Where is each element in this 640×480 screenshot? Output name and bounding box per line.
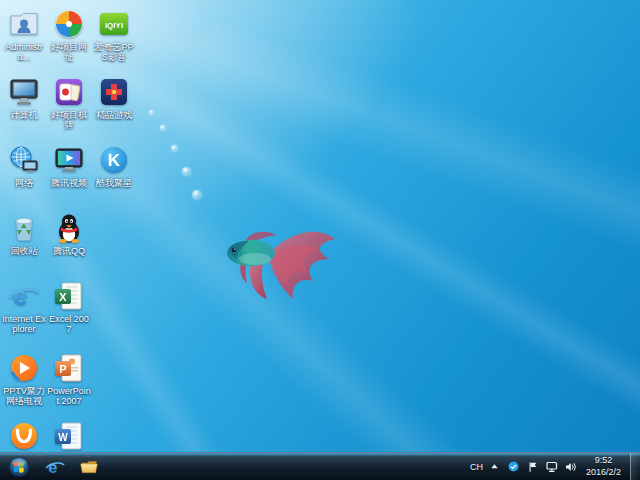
pptv-icon (8, 352, 40, 384)
show-desktop-button[interactable] (630, 453, 640, 480)
desktop-icon-computer[interactable]: 计算机 (2, 76, 46, 120)
desktop-icon-administrator[interactable]: Administra... (2, 8, 46, 63)
icon-label: Excel 2007 (47, 314, 91, 335)
bubble (192, 190, 202, 200)
icon-label: 好项目棋牌 (47, 110, 91, 131)
volume-icon[interactable] (564, 459, 578, 475)
svg-text:e: e (13, 281, 27, 311)
svg-text:P: P (59, 363, 66, 375)
icon-label: Internet Explorer (2, 314, 46, 335)
svg-text:iQIYI: iQIYI (105, 21, 123, 30)
excel-icon: X (53, 280, 85, 312)
internet-explorer-icon: e (8, 280, 40, 312)
clock-date: 2016/2/2 (586, 467, 621, 479)
bubble (171, 145, 178, 152)
desktop-icon-pptv[interactable]: PPTV聚力 网络电视 (2, 352, 46, 407)
clock[interactable]: 9:52 2016/2/2 (586, 455, 621, 478)
system-tray: CH 9:52 2016/2/2 (470, 453, 640, 480)
desktop-icon-premium-games[interactable]: 精品游戏 (92, 76, 136, 120)
uc-browser-icon (8, 420, 40, 452)
folder-icon (79, 457, 99, 477)
games-icon (98, 76, 130, 108)
icon-label: 计算机 (11, 110, 38, 120)
icon-label: Administra... (2, 42, 46, 63)
icon-label: PowerPoint 2007 (47, 386, 91, 407)
bubble (160, 125, 166, 131)
svg-text:X: X (59, 291, 67, 303)
start-button[interactable] (0, 453, 38, 480)
qq-penguin-icon (53, 212, 85, 244)
icon-label: PPTV聚力 网络电视 (2, 386, 46, 407)
icon-label: 好项目网址 (47, 42, 91, 63)
bubble (149, 110, 154, 115)
video-player-icon (53, 144, 85, 176)
svg-text:K: K (108, 151, 121, 170)
network-icon (8, 144, 40, 176)
bubble (182, 167, 191, 176)
clock-time: 9:52 (586, 455, 621, 467)
desktop-icon-network[interactable]: 网络 (2, 144, 46, 188)
k-letter-app-icon: K (98, 144, 130, 176)
svg-text:e: e (48, 457, 57, 475)
desktop-icon-haoxiangmu-chess[interactable]: 好项目棋牌 (47, 76, 91, 131)
network-icon[interactable] (545, 459, 559, 475)
icon-label: 网络 (15, 178, 33, 188)
icon-label: 腾讯视频 (51, 178, 87, 188)
tray-expand-chevron-icon[interactable] (488, 459, 502, 475)
icon-label: 腾讯QQ (53, 246, 85, 256)
desktop-icon-excel-2007[interactable]: X Excel 2007 (47, 280, 91, 335)
taskbar-internet-explorer-button[interactable]: e (38, 453, 72, 480)
desktop-icon-recycle-bin[interactable]: 回收站 (2, 212, 46, 256)
tray-security-icon[interactable] (507, 459, 521, 475)
desktop-icon-powerpoint-2007[interactable]: P PowerPoint 2007 (47, 352, 91, 407)
word-icon: W (53, 420, 85, 452)
powerpoint-icon: P (53, 352, 85, 384)
taskbar: e CH (0, 452, 640, 480)
computer-icon (8, 76, 40, 108)
windows-orb-icon (8, 456, 30, 478)
wallpaper (0, 0, 640, 453)
icon-label: 爱奇艺PPS影音 (92, 42, 136, 63)
pinwheel-shortcut-icon (53, 8, 85, 40)
desktop-icon-tencent-qq[interactable]: 腾讯QQ (47, 212, 91, 256)
internet-explorer-icon: e (45, 457, 65, 477)
desktop-icon-internet-explorer[interactable]: e Internet Explorer (2, 280, 46, 335)
chess-games-icon (53, 76, 85, 108)
action-center-flag-icon[interactable] (526, 459, 540, 475)
svg-text:W: W (58, 432, 68, 443)
recycle-bin-icon (8, 212, 40, 244)
iqiyi-pps-icon: iQIYI (98, 8, 130, 40)
desktop-icon-haoxiangmu-website[interactable]: 好项目网址 (47, 8, 91, 63)
desktop-icon-kuwo-star[interactable]: K 酷我聚星 (92, 144, 136, 188)
language-indicator[interactable]: CH (470, 462, 483, 472)
user-folder-icon (8, 8, 40, 40)
betta-fish-wallpaper-art (203, 203, 347, 305)
icon-label: 酷我聚星 (96, 178, 132, 188)
taskbar-explorer-button[interactable] (72, 453, 106, 480)
windows7-desktop: Administra... 好项目网址 iQIYI 爱奇艺PPS影音 计算机 好… (0, 0, 640, 480)
desktop-icon-tencent-video[interactable]: 腾讯视频 (47, 144, 91, 188)
icon-label: 精品游戏 (96, 110, 132, 120)
icon-label: 回收站 (11, 246, 38, 256)
desktop-icon-iqiyi-pps[interactable]: iQIYI 爱奇艺PPS影音 (92, 8, 136, 63)
